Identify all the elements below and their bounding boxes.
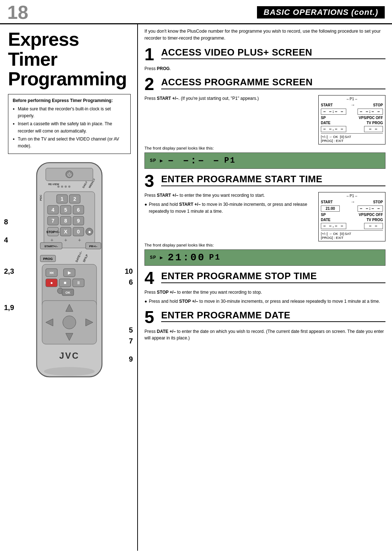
svg-text:STOP+/–: STOP+/–	[46, 230, 60, 234]
lcd-main-3: 21:00	[168, 252, 205, 263]
svg-text:5: 5	[64, 207, 67, 213]
svg-text:+: +	[64, 237, 67, 243]
list-item: Turn on the TV and select the VIDEO chan…	[13, 136, 126, 150]
svg-text:RE-VIEW: RE-VIEW	[48, 183, 59, 186]
panel-row-date-val: – –.– – – –	[321, 126, 383, 132]
svg-text:JVC: JVC	[59, 351, 79, 360]
step-5: 5 ENTER PROGRAMME DATE Press DATE +/– to…	[144, 310, 385, 342]
start-label: START	[321, 103, 333, 107]
lcd-label-3: The front display panel looks like this:	[144, 243, 385, 247]
vps-label: VPS/PDC OFF	[359, 116, 383, 120]
step-3-title: ENTER PROGRAMME START TIME	[161, 174, 385, 186]
svg-text:▶: ▶	[68, 270, 72, 275]
label-8: 8	[4, 218, 8, 226]
svg-text:⏮: ⏮	[49, 270, 54, 275]
step-4-title: ENTER PROGRAMME STOP TIME	[161, 271, 385, 283]
before-list: Make sure that the recorder's built-in c…	[13, 106, 126, 150]
main-layout: Express Timer Programming Before perform…	[0, 24, 392, 551]
lcd-prog-2: P1	[224, 156, 236, 165]
remote-illustration: 8 4 2,3 1,9 10 6 5 7 9 ⏻ RE-V	[8, 159, 131, 384]
step-5-header: 5 ENTER PROGRAMME DATE	[144, 310, 385, 326]
svg-text:8: 8	[64, 218, 67, 224]
svg-text:+: +	[78, 237, 81, 243]
step-2: 2 ACCESS PROGRAMME SCREEN Press START +/…	[144, 77, 385, 169]
lcd-arrow-3: ▶	[160, 254, 164, 261]
svg-text:9: 9	[77, 218, 80, 224]
page-title: Express Timer Programming	[8, 29, 131, 89]
step-4-text: Press STOP +/– to enter the time you wan…	[144, 289, 385, 305]
svg-text:6: 6	[77, 207, 80, 213]
date-label: DATE	[321, 121, 330, 125]
section-title: BASIC OPERATIONS (cont.)	[257, 6, 385, 19]
lcd-arrow: ▶	[160, 158, 164, 164]
tvprog-val-3: – –	[364, 223, 383, 229]
step-5-body: Press DATE +/– to enter the date on whic…	[144, 328, 385, 342]
stop-label-3: STOP	[373, 200, 383, 204]
step-3-number: 3	[144, 172, 158, 190]
panel-top: – P1 –	[321, 97, 383, 101]
step-2-title: ACCESS PROGRAMME SCREEN	[161, 77, 385, 89]
label-23: 2,3	[4, 267, 14, 276]
step-5-number: 5	[144, 309, 158, 326]
lcd-label-2: The front display panel looks like this:	[144, 146, 385, 150]
sp-label: SP	[321, 116, 326, 120]
vps-label-3: VPS/PDC OFF	[359, 213, 383, 217]
svg-point-5	[57, 186, 60, 188]
list-item: Make sure that the recorder's built-in c…	[13, 106, 126, 119]
page-number: 18	[7, 3, 28, 22]
start-label-3: START	[321, 200, 333, 204]
label-6: 6	[129, 278, 133, 286]
svg-point-6	[61, 186, 63, 188]
svg-text:START+/–: START+/–	[44, 245, 58, 248]
start-val-3: 21:00	[321, 205, 340, 212]
date-val-3: – –.– –	[321, 223, 346, 229]
before-box: Before performing Express Timer Programm…	[8, 94, 131, 154]
sp-label-3: SP	[321, 213, 326, 217]
svg-text:7: 7	[52, 218, 54, 224]
lcd-display-3: SP ▶ 21:00 P1	[144, 249, 385, 266]
left-column: Express Timer Programming Before perform…	[0, 24, 138, 551]
panel-row-3-date: DATE TV PROG	[321, 218, 383, 222]
step-2-text: Press START +/–. (If you're just startin…	[144, 95, 314, 102]
step-2-header: 2 ACCESS PROGRAMME SCREEN	[144, 77, 385, 93]
svg-text:X: X	[64, 229, 68, 235]
svg-text:OK: OK	[65, 291, 70, 294]
lcd-prog-3: P1	[209, 253, 221, 262]
label-5: 5	[129, 326, 133, 334]
step-4-body: Press STOP +/– to enter the time you wan…	[144, 289, 385, 305]
step-1-text: Press PROG.	[144, 65, 385, 72]
step-1-number: 1	[144, 46, 158, 63]
tvprog-val: – –	[364, 126, 383, 132]
stop-val: – –:– –	[358, 109, 383, 115]
svg-text:4: 4	[52, 207, 54, 213]
step-2-panel: – P1 – START → STOP – –:– – – –:– – SP V…	[318, 95, 385, 144]
lcd-sp: SP	[150, 158, 156, 163]
svg-text:PR+/–: PR+/–	[89, 245, 98, 248]
label-9: 9	[129, 355, 133, 363]
step-3: 3 ENTER PROGRAMME START TIME Press START…	[144, 174, 385, 266]
step-4: 4 ENTER PROGRAMME STOP TIME Press STOP +…	[144, 271, 385, 305]
intro-text: If you don't know the PlusCode number fo…	[144, 28, 385, 42]
step-2-number: 2	[144, 76, 158, 93]
label-10: 10	[125, 267, 133, 276]
step-4-header: 4 ENTER PROGRAMME STOP TIME	[144, 271, 385, 287]
svg-point-69	[44, 367, 95, 376]
svg-text:⏻: ⏻	[67, 172, 72, 177]
svg-text:+: +	[50, 237, 53, 243]
panel-row-sp: SP VPS/PDC OFF	[321, 116, 383, 120]
step-5-text: Press DATE +/– to enter the date on whic…	[144, 328, 385, 342]
label-19: 1,9	[4, 304, 14, 312]
step-2-body: Press START +/–. (If you're just startin…	[144, 95, 385, 144]
step-3-header: 3 ENTER PROGRAMME START TIME	[144, 174, 385, 190]
step-3-text: Press START +/– to enter the time you wa…	[144, 192, 314, 215]
step-1-header: 1 ACCESS VIDEO PLUS+ SCREEN	[144, 47, 385, 63]
panel-row-3-vals: 21:00 – –:– –	[321, 205, 383, 212]
svg-text:2: 2	[73, 196, 76, 202]
lcd-display-2: SP ▶ – –:– – P1	[144, 152, 385, 169]
stop-label: STOP	[373, 103, 383, 107]
right-column: If you don't know the PlusCode number fo…	[138, 24, 392, 551]
panel-row-date: DATE TV PROG	[321, 121, 383, 125]
page-header: 18 BASIC OPERATIONS (cont.)	[0, 0, 392, 24]
svg-text:PROG: PROG	[43, 257, 53, 261]
date-label-3: DATE	[321, 218, 330, 222]
